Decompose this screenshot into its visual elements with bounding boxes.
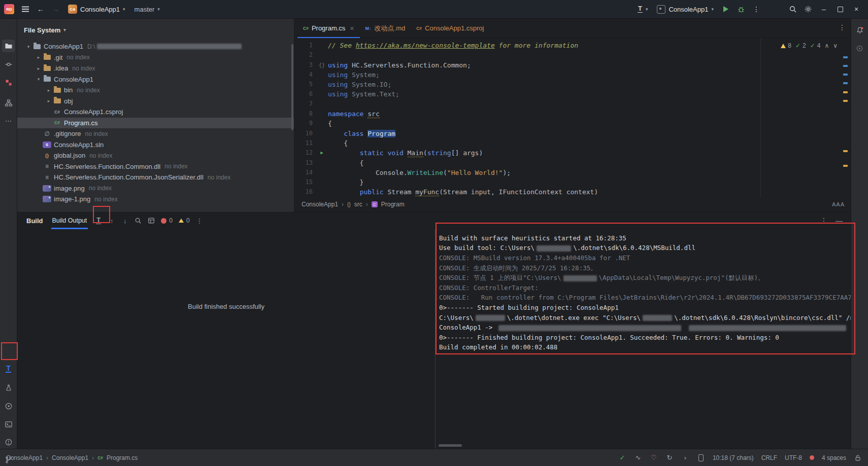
chevron-icon[interactable]: ▾ <box>24 44 32 49</box>
problems-icon[interactable] <box>2 436 15 448</box>
t-plugin-widget[interactable]: T ▾ <box>633 4 652 14</box>
stripe-mark[interactable] <box>843 165 848 167</box>
unit-tests-icon[interactable] <box>2 381 15 394</box>
chevron-icon[interactable]: ▾ <box>35 77 43 82</box>
project-widget[interactable]: CA ConsoleApp1 ▾ <box>64 3 129 15</box>
error-indicator-icon[interactable] <box>810 455 814 460</box>
tree-row[interactable]: ∅.gitignoreno index <box>17 128 294 139</box>
stripe-mark[interactable] <box>843 100 848 102</box>
panel-options-icon[interactable]: ⋮ <box>820 217 827 225</box>
search-output-icon[interactable] <box>131 214 145 227</box>
tree-row[interactable]: ▸binno index <box>17 85 294 96</box>
tree-row[interactable]: ▸obj <box>17 96 294 107</box>
encoding-widget[interactable]: UTF-8 <box>785 454 802 461</box>
stripe-mark[interactable] <box>843 150 848 152</box>
code-editor[interactable]: 8 ✓2 ✓4 ∧ ∨ 1// S <box>294 38 851 197</box>
tree-row[interactable]: C#Program.cs <box>17 118 294 129</box>
editor-tab[interactable]: C#ConsoleApp1.csproj <box>411 19 489 38</box>
maximize-button[interactable] <box>832 2 848 16</box>
minimize-button[interactable]: – <box>816 2 831 16</box>
file-system-header[interactable]: File System ▾ <box>17 19 294 41</box>
editor-tab[interactable]: M↓改动点.md <box>360 19 411 38</box>
project-tree[interactable]: ▾ConsoleApp1D:\▸.gitno index▸.ideano ind… <box>17 41 294 212</box>
device-icon[interactable] <box>697 454 705 461</box>
forward-button[interactable]: → <box>49 2 63 16</box>
warning-count-chip[interactable]: 0 <box>179 217 190 224</box>
ai-assistant-icon[interactable] <box>853 42 866 55</box>
chevron-icon[interactable]: ▸ <box>35 55 43 60</box>
chevron-right-icon[interactable]: › <box>681 454 689 461</box>
more-actions-button[interactable]: ⋮ <box>749 2 763 16</box>
commit-icon[interactable] <box>2 58 15 70</box>
settings-button[interactable] <box>801 2 815 16</box>
stripe-mark[interactable] <box>843 74 848 76</box>
stripe-mark[interactable] <box>843 65 848 67</box>
console-hscrollbar[interactable] <box>439 444 462 447</box>
stripe-mark[interactable] <box>843 56 848 58</box>
analysis-ok-icon[interactable]: ✓ <box>618 454 626 461</box>
tab-build-output[interactable]: Build Output <box>51 212 88 229</box>
terminal-icon[interactable] <box>2 418 15 431</box>
run-button[interactable] <box>719 2 733 16</box>
more-options-icon[interactable]: ⋮ <box>193 214 206 227</box>
breadcrumb-item[interactable]: Program <box>381 201 405 208</box>
hide-panel-icon[interactable]: — <box>836 217 843 225</box>
tree-row[interactable]: C#ConsoleApp1.csproj <box>17 106 294 118</box>
services-icon[interactable] <box>2 400 15 412</box>
debug-button[interactable] <box>734 2 748 16</box>
lock-icon[interactable] <box>854 454 862 461</box>
chevron-icon[interactable]: ▸ <box>45 98 53 103</box>
run-gutter-icon[interactable]: ▶ <box>316 148 328 158</box>
branch-widget[interactable]: master ▾ <box>130 4 164 15</box>
tree-row[interactable]: SConsoleApp1.sln <box>17 139 294 151</box>
profiler-icon[interactable]: ∿ <box>634 454 642 461</box>
editor-tab-options-icon[interactable]: ⋮ <box>839 23 846 31</box>
run-config-widget[interactable]: ConsoleApp1 ▾ <box>653 4 718 15</box>
stripe-mark[interactable] <box>843 91 848 93</box>
stripe-mark[interactable] <box>843 82 848 84</box>
editor-tab[interactable]: C#Program.cs× <box>297 19 360 38</box>
notifications-button[interactable] <box>853 24 866 37</box>
breadcrumb-item[interactable]: src <box>354 201 362 208</box>
tree-scrollbar[interactable] <box>291 44 293 130</box>
more-tool-windows-icon[interactable]: ⋯ <box>2 115 15 127</box>
sync-icon[interactable]: ↻ <box>665 454 674 461</box>
tree-row[interactable]: image-1.pngno index <box>17 194 294 205</box>
main-menu-button[interactable] <box>18 2 32 16</box>
soft-wrap-icon[interactable] <box>145 214 158 227</box>
breadcrumb-item[interactable]: ConsoleApp1 <box>302 201 338 208</box>
line-separator-widget[interactable]: CRLF <box>761 454 777 461</box>
error-count-chip[interactable]: 0 <box>161 217 173 224</box>
chevron-icon[interactable]: ▸ <box>35 66 43 71</box>
grid-squares-icon[interactable] <box>2 76 15 89</box>
tree-row[interactable]: {}global.jsonno index <box>17 150 294 161</box>
tree-row[interactable]: ▾ConsoleApp1D:\ <box>17 41 294 52</box>
tree-row[interactable]: ≡HC.Serverless.Function.Common.dllno ind… <box>17 161 294 172</box>
close-button[interactable]: × <box>849 2 864 16</box>
tree-row[interactable]: ≡HC.Serverless.Function.Common.JsonSeria… <box>17 172 294 183</box>
search-everywhere-button[interactable] <box>786 2 800 16</box>
tree-row[interactable]: ▸.gitno index <box>17 52 294 63</box>
back-button[interactable]: ← <box>34 2 48 16</box>
caret-position-widget[interactable]: 10:18 (7 chars) <box>713 454 754 461</box>
status-crumb-project[interactable]: ConsoleApp1 <box>52 454 88 461</box>
status-crumb-file[interactable]: Program.cs <box>107 454 138 461</box>
project-folder-icon[interactable] <box>2 40 15 52</box>
build-console[interactable]: Build with surface heuristics started at… <box>436 229 851 449</box>
next-problem-icon[interactable]: ∨ <box>833 41 838 51</box>
down-arrow-icon[interactable]: ↓ <box>118 214 131 227</box>
version-control-icon[interactable] <box>2 453 15 466</box>
tree-row[interactable]: ▸.ideano index <box>17 63 294 74</box>
chevron-icon[interactable]: ▸ <box>45 88 53 93</box>
prev-problem-icon[interactable]: ∧ <box>824 41 829 51</box>
inspections-widget[interactable]: 8 ✓2 ✓4 ∧ ∨ <box>781 41 838 51</box>
structure-icon[interactable] <box>2 96 15 109</box>
tree-row[interactable]: image.pngno index <box>17 183 294 194</box>
heart-icon[interactable]: ♡ <box>650 454 658 461</box>
indent-widget[interactable]: 4 spaces <box>822 454 846 461</box>
font-size-widget[interactable]: AAA <box>832 201 845 207</box>
up-arrow-icon[interactable]: ↑ <box>105 214 118 227</box>
t-plugin-toolbar-icon[interactable]: T <box>92 214 105 227</box>
close-tab-icon[interactable]: × <box>350 24 354 32</box>
tree-row[interactable]: ▾ConsoleApp1 <box>17 74 294 85</box>
